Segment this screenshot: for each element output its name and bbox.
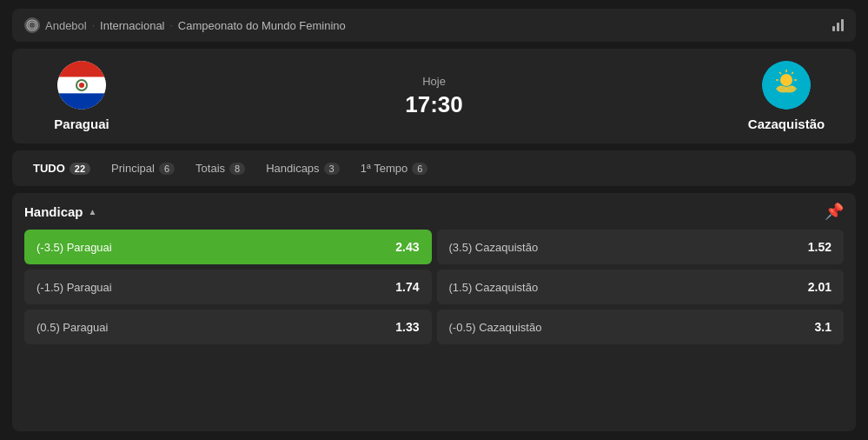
bet-value-2: 1.52: [808, 240, 832, 254]
svg-rect-5: [57, 93, 106, 110]
bet-row-1[interactable]: (-3.5) Paraguai 2.43: [24, 230, 432, 264]
tournament-label: Campeonato do Mundo Feminino: [178, 19, 346, 32]
tab-tudo-label: TUDO: [33, 162, 65, 175]
tab-principal[interactable]: Principal 6: [103, 157, 183, 179]
pin-icon[interactable]: 📌: [825, 202, 844, 221]
bet-label-3: (-1.5) Paraguai: [36, 281, 112, 294]
bet-row-6[interactable]: (-0.5) Cazaquistão 3.1: [437, 310, 845, 344]
bet-row-2[interactable]: (3.5) Cazaquistão 1.52: [437, 230, 845, 264]
section-title-text: Handicap: [24, 204, 83, 219]
team-left-name: Paraguai: [54, 117, 109, 131]
sep1: ·: [92, 19, 95, 31]
bet-value-5: 1.33: [395, 320, 419, 334]
team-left-flag: [57, 61, 106, 110]
tab-handicaps-label: Handicaps: [266, 162, 319, 175]
tab-primeiro-tempo-label: 1ª Tempo: [361, 162, 407, 175]
sport-icon: [24, 17, 40, 33]
bar1: [832, 26, 835, 31]
bet-label-4: (1.5) Cazaquistão: [449, 281, 539, 294]
bet-value-3: 1.74: [395, 280, 419, 294]
bet-row-4[interactable]: (1.5) Cazaquistão 2.01: [437, 270, 845, 304]
tab-totais[interactable]: Totais 8: [187, 157, 254, 179]
svg-rect-3: [57, 61, 106, 77]
bet-value-4: 2.01: [808, 280, 832, 294]
match-date: Hoje: [422, 75, 446, 88]
svg-point-8: [79, 83, 84, 88]
bet-label-2: (3.5) Cazaquistão: [449, 241, 539, 254]
bets-section: Handicap ▲ 📌 (-3.5) Paraguai 2.43 (3.5) …: [12, 193, 856, 431]
bar2: [837, 23, 839, 31]
stats-icon[interactable]: [832, 19, 844, 31]
bet-value-1: 2.43: [395, 240, 419, 254]
sport-label: Andebol: [45, 19, 87, 32]
tab-tudo[interactable]: TUDO 22: [24, 157, 99, 179]
category-label: Internacional: [100, 19, 164, 32]
team-right-flag: [762, 61, 811, 110]
match-card: Paraguai Hoje 17:30: [12, 49, 856, 143]
match-time: 17:30: [405, 91, 463, 118]
section-title: Handicap ▲: [24, 204, 96, 219]
tab-primeiro-tempo-badge: 6: [412, 163, 427, 175]
kazakhstan-flag-svg: [762, 61, 811, 110]
section-header: Handicap ▲ 📌: [24, 202, 844, 221]
breadcrumb-bar: Andebol · Internacional · Campeonato do …: [12, 9, 856, 42]
tab-principal-label: Principal: [111, 162, 155, 175]
tab-principal-badge: 6: [159, 163, 175, 175]
tab-totais-badge: 8: [229, 163, 245, 175]
team-right: Cazaquistão: [734, 61, 838, 131]
tab-primeiro-tempo[interactable]: 1ª Tempo 6: [352, 157, 437, 179]
tab-handicaps[interactable]: Handicaps 3: [257, 157, 348, 179]
tab-tudo-badge: 22: [70, 163, 90, 175]
team-right-name: Cazaquistão: [748, 117, 825, 131]
bet-label-5: (0.5) Paraguai: [36, 321, 108, 334]
bet-value-6: 3.1: [815, 320, 832, 334]
sort-icon: ▲: [89, 207, 97, 217]
breadcrumb: Andebol · Internacional · Campeonato do …: [24, 17, 346, 33]
bet-label-6: (-0.5) Cazaquistão: [449, 321, 542, 334]
bar3: [841, 19, 844, 31]
svg-point-12: [780, 74, 792, 86]
paraguay-flag-svg: [57, 61, 106, 110]
bet-label-1: (-3.5) Paraguai: [36, 241, 112, 254]
bet-row-3[interactable]: (-1.5) Paraguai 1.74: [24, 270, 432, 304]
sep2: ·: [170, 19, 173, 31]
bets-grid: (-3.5) Paraguai 2.43 (3.5) Cazaquistão 1…: [24, 230, 844, 344]
tab-totais-label: Totais: [195, 162, 225, 175]
tabs-bar: TUDO 22 Principal 6 Totais 8 Handicaps 3…: [12, 150, 856, 186]
match-center: Hoje 17:30: [405, 75, 463, 118]
team-left: Paraguai: [30, 61, 134, 131]
tab-handicaps-badge: 3: [324, 163, 340, 175]
bet-row-5[interactable]: (0.5) Paraguai 1.33: [24, 310, 432, 344]
